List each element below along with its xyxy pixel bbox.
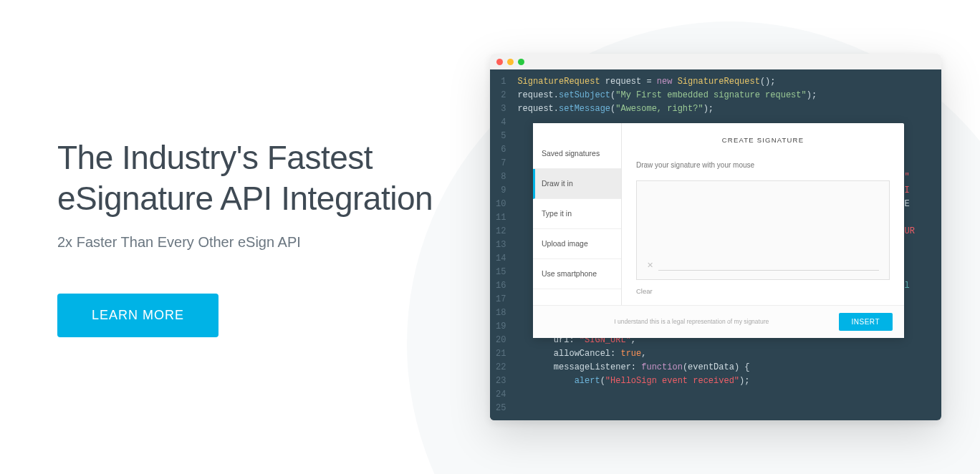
modal-content: CREATE SIGNATURE Draw your signature wit… <box>622 123 904 305</box>
tab-upload-image[interactable]: Upload image <box>533 229 621 259</box>
code-token: SignatureRequest <box>517 77 600 87</box>
headline-line-1: The Industry's Fastest <box>57 139 373 176</box>
code-token: request <box>517 104 553 114</box>
tab-use-smartphone[interactable]: Use smartphone <box>533 259 621 289</box>
signature-canvas[interactable]: ✕ <box>636 180 890 280</box>
clear-link[interactable]: Clear <box>636 284 890 298</box>
modal-instruction: Draw your signature with your mouse <box>636 158 890 172</box>
code-token: "Awesome, right?" <box>615 104 703 114</box>
close-icon[interactable] <box>496 59 503 65</box>
code-token: messageListener <box>554 362 631 372</box>
line-number-gutter: 1 2 3 4 5 6 7 8 9 10 11 12 13 14 15 16 1… <box>490 69 513 420</box>
code-token: allowCancel <box>554 349 610 359</box>
hero-visual-column: 1 2 3 4 5 6 7 8 9 10 11 12 13 14 15 16 1… <box>490 54 980 420</box>
code-token: eventData <box>688 362 734 372</box>
code-token: setSubject <box>559 90 610 100</box>
modal-title: CREATE SIGNATURE <box>636 133 890 147</box>
code-token: request <box>517 90 553 100</box>
modal-tabs: Saved signatures Draw it in Type it in U… <box>533 123 622 305</box>
code-token: alert <box>575 376 600 386</box>
minimize-icon[interactable] <box>507 59 514 65</box>
app-window: 1 2 3 4 5 6 7 8 9 10 11 12 13 14 15 16 1… <box>490 54 941 420</box>
code-token: request <box>605 77 641 87</box>
headline: The Industry's Fastest eSignature API In… <box>57 137 461 220</box>
hero-container: The Industry's Fastest eSignature API In… <box>0 0 980 474</box>
code-token: new <box>657 77 673 87</box>
tab-saved-signatures[interactable]: Saved signatures <box>533 139 621 169</box>
legal-text: I understand this is a legal representat… <box>544 315 839 329</box>
signature-baseline <box>658 270 879 271</box>
maximize-icon[interactable] <box>518 59 524 65</box>
hero-text-column: The Industry's Fastest eSignature API In… <box>0 137 490 337</box>
signature-x-icon: ✕ <box>647 258 653 272</box>
tab-draw-it-in[interactable]: Draw it in <box>533 169 621 199</box>
code-token: "HelloSign event received" <box>605 376 739 386</box>
code-editor: 1 2 3 4 5 6 7 8 9 10 11 12 13 14 15 16 1… <box>490 69 941 420</box>
code-token: true <box>620 349 641 359</box>
learn-more-button[interactable]: LEARN MORE <box>57 294 218 337</box>
window-titlebar <box>490 54 941 69</box>
code-token: = <box>641 77 657 87</box>
insert-button[interactable]: INSERT <box>839 313 893 331</box>
code-token: setMessage <box>559 104 610 114</box>
subheadline: 2x Faster Than Every Other eSign API <box>57 234 461 251</box>
modal-body: Saved signatures Draw it in Type it in U… <box>533 123 904 305</box>
code-token: "My First embedded signature request" <box>615 90 806 100</box>
tab-type-it-in[interactable]: Type it in <box>533 199 621 229</box>
signature-modal: Saved signatures Draw it in Type it in U… <box>533 123 904 338</box>
headline-line-2: eSignature API Integration <box>57 180 433 217</box>
code-token: SignatureRequest <box>678 77 760 87</box>
code-token: function <box>641 362 683 372</box>
modal-footer: I understand this is a legal representat… <box>533 305 904 338</box>
